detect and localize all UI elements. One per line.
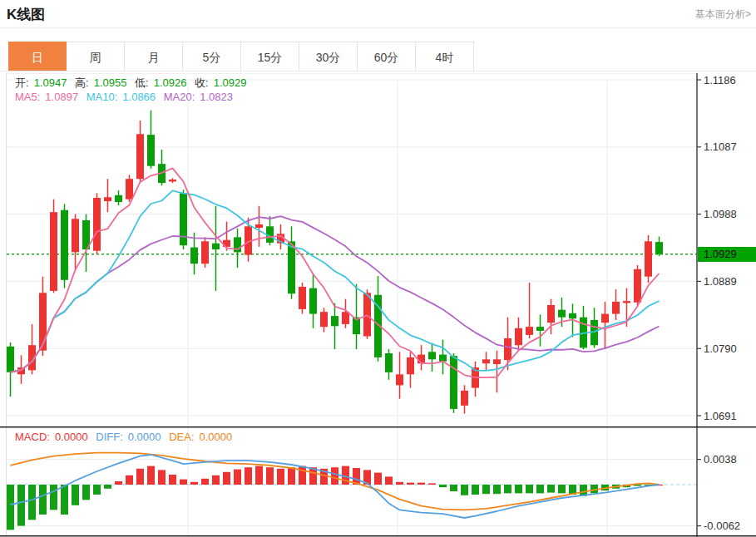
macd-bar [72,485,79,505]
macd-bar [504,485,511,493]
candle [601,314,609,323]
open-label: 开: [15,76,29,89]
candle [331,316,338,326]
macd-bar [234,470,241,485]
macd-bar [61,485,68,515]
tab-月[interactable]: 月 [125,42,183,71]
price-axis-label: 1.1186 [704,74,736,86]
tab-日[interactable]: 日 [8,42,67,71]
tab-周[interactable]: 周 [67,42,125,71]
tab-5分[interactable]: 5分 [183,42,241,71]
high-value: 1.0955 [94,76,127,89]
candle [61,210,68,280]
tab-30分[interactable]: 30分 [299,42,358,71]
macd-bar [147,466,155,485]
close-label: 收: [195,76,209,89]
candle [72,219,79,252]
low-value: 1.0926 [154,76,187,89]
macd-bar [223,472,230,485]
ma20-value: 1.0823 [200,91,233,103]
macd-bar [374,473,382,485]
candle [547,305,555,323]
macd-bar [515,485,522,493]
macd-bar [201,479,209,485]
tab-4时[interactable]: 4时 [416,42,474,71]
candle [320,312,328,327]
price-axis-label: 1.0790 [704,342,737,355]
candle [396,374,403,385]
ohlc-info-row: 开:1.0947 高:1.0955 低:1.0926 收:1.0929 [15,76,251,91]
macd-bar [266,467,274,485]
macd-axis-label: 0.0038 [704,453,737,466]
candle [363,293,371,336]
candle [655,242,663,254]
ma5-label: MA5: [15,91,40,103]
candle [212,244,220,249]
candle [558,310,566,318]
tab-60分[interactable]: 60分 [358,42,416,71]
header-divider [0,27,756,28]
ma10-label: MA10: [86,91,118,103]
macd-label: MACD: [15,431,50,443]
macd-bar [93,485,101,495]
macd-bar [169,475,176,485]
macd-bar [385,476,393,485]
high-label: 高: [75,76,89,89]
fundamental-analysis-link[interactable]: 基本面分析> [695,7,751,22]
price-axis-label: 1.1087 [704,140,737,153]
macd-bar [396,482,403,485]
candle [536,327,544,331]
candle [504,338,511,360]
macd-bar [115,481,122,485]
macd-bar [472,485,479,495]
candle [7,347,14,372]
ma-info-row: MA5:1.0897 MA10:1.0866 MA20:1.0823 [15,91,238,103]
ma10-value: 1.0866 [122,91,156,103]
price-axis-label: 1.0889 [704,275,737,288]
macd-bar [288,467,295,485]
macd-bar [104,485,111,489]
low-label: 低: [135,76,149,89]
page-title: K线图 [7,5,45,24]
kline-page: K线图 基本面分析> 日周月5分15分30分60分4时 1.11861.1087… [0,0,756,537]
macd-bar [82,485,90,500]
candle [288,241,295,293]
macd-bar [28,485,36,520]
ma5-value: 1.0897 [45,91,78,103]
candle [482,359,490,363]
macd-bar [17,485,25,526]
candle [147,135,155,166]
macd-bar [126,475,133,485]
macd-bar [547,485,555,493]
candle [50,212,57,291]
candle [623,301,630,303]
macd-bar [277,469,284,485]
macd-bar [212,475,220,485]
candle [407,357,414,374]
candle [645,241,652,276]
candle [428,352,436,359]
candle [385,353,393,372]
dea-value: 0.0000 [200,431,233,443]
macd-bar [428,483,436,485]
macd-bar [536,485,544,493]
main-candlestick-chart[interactable]: 1.11861.10871.09881.08891.07901.0691 [0,73,756,426]
timeframe-tab-bar: 日周月5分15分30分60分4时 [8,42,474,71]
macd-bar [7,485,14,530]
macd-bar [526,485,533,493]
macd-bar [136,469,144,485]
tab-bar-underline [0,71,756,71]
candle [569,313,576,319]
candle [439,355,447,362]
candle [126,179,133,200]
candle [115,195,122,202]
candle [612,302,620,314]
candle [201,241,209,264]
macd-info-row: MACD:0.0000 DIFF:0.0000 DEA:0.0000 [15,431,237,443]
macd-bar [558,485,566,493]
candle [515,328,522,345]
macd-bar [493,485,501,494]
candle [450,356,457,409]
tab-15分[interactable]: 15分 [241,42,299,71]
macd-bar [418,483,425,485]
